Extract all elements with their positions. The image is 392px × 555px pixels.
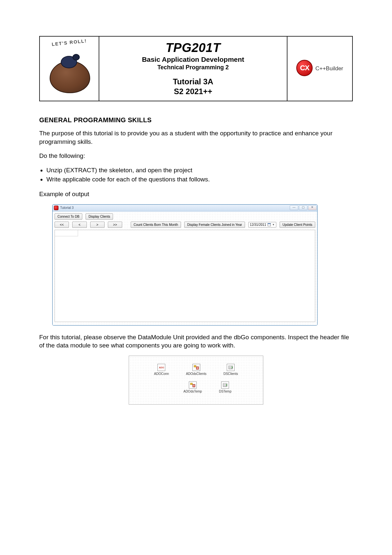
do-the-following-label: Do the following: [39,152,353,160]
nav-last-button[interactable]: >> [108,222,122,228]
datasource-icon [221,381,229,389]
display-clients-button[interactable]: Display Clients [86,213,113,220]
update-client-points-button[interactable]: Update Client Points [280,222,315,228]
course-code: TPG201T [166,41,220,55]
date-picker-value: 12/31/2011 [250,223,266,227]
lets-roll-logo-cell: LET'S ROLL! [40,37,99,101]
tutorial-name: Tutorial 3A [173,77,213,87]
form-designer-surface: Connect To DB Display Clients << < > >> … [53,211,317,325]
close-button[interactable]: ✕ [308,205,317,210]
component-label: ADOConn [154,372,169,376]
example-output-label: Example of output [39,190,353,198]
lets-roll-text: LET'S ROLL! [42,37,96,48]
ado-icon: ADO [159,366,164,369]
count-born-this-month-button[interactable]: Count Clients Born This Month [131,222,181,228]
app-window: Tutorial 3 — ▢ ✕ Connect To DB Display C… [52,204,318,326]
task-list-item: Write applicable code for each of the qu… [46,175,353,184]
dataset-icon [192,364,200,371]
maximize-button[interactable]: ▢ [299,205,307,210]
course-title-cell: TPG201T Basic Application Development Te… [99,37,287,101]
course-subtitle-1: Basic Application Development [142,56,244,63]
datasource-clients-component: DSClients [223,364,238,376]
nav-prev-button[interactable]: < [72,222,87,228]
data-module-screenshot: ADO ADOConn ADOdsClients DSClients [129,356,263,405]
connect-to-db-button[interactable]: Connect To DB [55,213,82,220]
component-label: DSTemp [219,390,231,393]
data-grid[interactable] [55,230,315,322]
document-header: LET'S ROLL! TPG201T Basic Application De… [39,36,353,101]
ado-connection-component: ADO ADOConn [154,364,169,376]
minimize-button[interactable]: — [290,205,298,210]
ado-dataset-temp-component: ADOdsTemp [183,381,202,393]
dung-beetle-illustration [46,50,92,96]
date-picker[interactable]: 12/31/2011 ▼ [248,222,276,227]
svg-rect-2 [194,365,196,367]
chevron-down-icon: ▼ [272,223,275,226]
cx-badge-icon: CX [296,60,313,76]
component-label: ADOdsClients [186,372,206,376]
nav-next-button[interactable]: > [90,222,105,228]
datasource-temp-component: DSTemp [219,381,231,393]
nav-first-button[interactable]: << [55,222,69,228]
dataset-icon [189,381,197,389]
svg-rect-5 [190,383,192,385]
display-female-joined-button[interactable]: Display Female Clients Joined in Year [184,222,245,228]
task-list-item: Unzip (EXTRACT) the skeleton, and open t… [46,166,353,175]
followup-paragraph: For this tutorial, please observe the Da… [39,333,353,349]
component-label: ADOdsTemp [183,390,202,393]
window-title: Tutorial 3 [60,206,290,210]
ide-brand-cell: CX C++Builder [287,37,352,101]
section-heading: GENERAL PROGRAMMING SKILLS [39,116,353,125]
task-list: Unzip (EXTRACT) the skeleton, and open t… [46,166,353,183]
svg-rect-1 [268,224,270,224]
course-subtitle-2: Technical Programming 2 [157,64,229,71]
titlebar: Tutorial 3 — ▢ ✕ [53,205,317,211]
intro-paragraph: The purpose of this tutorial is to provi… [39,129,353,146]
ide-label: C++Builder [315,65,343,72]
component-label: DSClients [223,372,238,376]
ado-dataset-clients-component: ADOdsClients [186,364,206,376]
app-icon [54,206,58,210]
calendar-icon [268,223,271,226]
datasource-icon [227,364,235,371]
tutorial-term: S2 2021++ [173,87,213,96]
